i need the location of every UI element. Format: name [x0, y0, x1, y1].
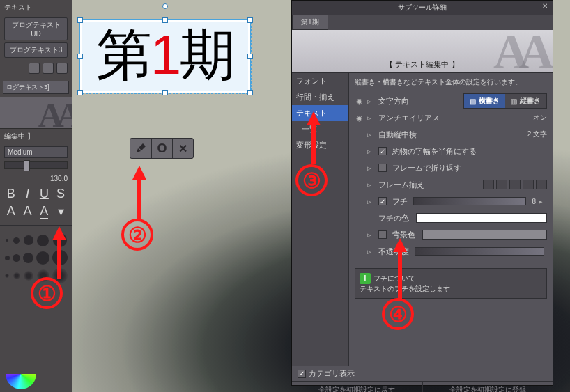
- vertical-option: ▥縦書き: [505, 94, 546, 108]
- row-bg-color: ▹ 背景色: [355, 226, 547, 243]
- row-auto-vh: ▹ 自動縦中横 2 文字: [355, 126, 547, 143]
- edge-color-swatch[interactable]: [416, 213, 547, 223]
- row-frame-align: ▹ フレーム揃え: [355, 176, 547, 193]
- category-font[interactable]: フォント: [292, 73, 348, 89]
- edit-text-button[interactable]: [130, 139, 151, 158]
- preset-button-2[interactable]: ブログテキスト3: [4, 42, 68, 58]
- preset-tab[interactable]: ログテキスト3]: [3, 81, 69, 94]
- visibility-icon[interactable]: ◉: [355, 97, 364, 106]
- category-list-item[interactable]: 一覧: [292, 121, 348, 137]
- expand-icon[interactable]: ▹: [367, 147, 376, 156]
- left-sidebar: テキスト ブログテキストUD ブログテキスト3 ログテキスト3] 編集中 】 M…: [0, 0, 72, 392]
- confirm-button[interactable]: O: [151, 139, 172, 158]
- edge-checkbox[interactable]: [378, 197, 387, 205]
- panel-tab[interactable]: 第1期: [292, 15, 328, 30]
- glyph-a3[interactable]: A: [38, 204, 52, 219]
- visibility-icon[interactable]: ◉: [355, 113, 364, 123]
- opacity-slider[interactable]: [415, 247, 544, 256]
- panel-footer-categories: カテゴリ表示: [292, 366, 553, 381]
- row-antialias: ◉ ▹ アンチエイリアス オン: [355, 109, 547, 126]
- panel-footer-buttons: 全設定を初期設定に戻す 全設定を初期設定に登録: [292, 381, 553, 392]
- tool-label: テキスト: [0, 0, 72, 15]
- horizontal-option: ▤横書き: [464, 94, 505, 108]
- brush-size-grid[interactable]: [0, 229, 72, 288]
- italic-button[interactable]: I: [21, 187, 35, 201]
- panel-banner: 【 テキスト編集中 】: [292, 30, 553, 73]
- row-halfwidth: ▹ 約物の字幅を半角にする: [355, 143, 547, 159]
- expand-icon[interactable]: ▹: [367, 130, 376, 139]
- glyph-a1[interactable]: A: [4, 204, 18, 219]
- info-icon: i: [360, 273, 371, 284]
- direction-segmented[interactable]: ▤横書き ▥縦書き: [463, 93, 547, 109]
- bold-button[interactable]: B: [4, 187, 18, 201]
- category-toggle[interactable]: [298, 370, 306, 378]
- category-transform[interactable]: 変形設定: [292, 137, 348, 153]
- framewrap-checkbox[interactable]: [378, 164, 387, 172]
- trash-icon[interactable]: [56, 63, 68, 74]
- expand-icon[interactable]: ▹: [367, 197, 376, 206]
- strike-button[interactable]: S: [54, 187, 68, 201]
- resize-handle[interactable]: [77, 17, 83, 23]
- duplicate-icon[interactable]: [43, 63, 54, 74]
- glyph-menu[interactable]: ▾: [54, 204, 68, 219]
- glyph-a2[interactable]: A: [21, 204, 35, 219]
- resize-handle[interactable]: [77, 54, 83, 59]
- row-text-direction: ◉ ▹ 文字方向 ▤横書き ▥縦書き: [355, 93, 547, 109]
- font-weight-dropdown[interactable]: Medium: [4, 146, 68, 158]
- category-text[interactable]: テキスト: [292, 105, 348, 121]
- frame-align-icons[interactable]: [483, 180, 547, 189]
- subtool-detail-panel: サブツール詳細 ✕ 第1期 【 テキスト編集中 】 フォント 行間・揃え テキス…: [291, 0, 553, 386]
- expand-icon[interactable]: ▹: [367, 180, 376, 189]
- edge-slider[interactable]: [413, 197, 526, 205]
- clipboard-icon[interactable]: [29, 63, 40, 74]
- reset-defaults-button[interactable]: 全設定を初期設定に戻す: [292, 382, 422, 392]
- bg-checkbox[interactable]: [378, 230, 387, 239]
- panel-title: サブツール詳細: [398, 3, 447, 11]
- register-defaults-button[interactable]: 全設定を初期設定に登録: [422, 382, 553, 392]
- resize-handle[interactable]: [162, 17, 168, 23]
- rotate-handle[interactable]: [162, 3, 168, 9]
- resize-handle[interactable]: [247, 54, 253, 59]
- underline-button[interactable]: U: [38, 187, 52, 201]
- resize-handle[interactable]: [162, 90, 168, 95]
- editing-status: 編集中 】: [0, 129, 72, 144]
- size-slider[interactable]: [4, 161, 68, 169]
- expand-icon[interactable]: ▹: [367, 97, 376, 106]
- close-icon[interactable]: ✕: [540, 2, 550, 12]
- resize-handle[interactable]: [247, 17, 253, 23]
- category-line[interactable]: 行間・揃え: [292, 89, 348, 105]
- cancel-button[interactable]: ✕: [172, 139, 193, 158]
- row-edge: ▹ フチ 8 ▸: [355, 193, 547, 210]
- font-size-value: 130.0: [0, 172, 72, 185]
- bg-color-swatch[interactable]: [422, 230, 547, 240]
- edge-value[interactable]: 8: [532, 198, 536, 205]
- text-object[interactable]: 第1期: [79, 19, 251, 93]
- row-frame-wrap: ▹ フレームで折り返す: [355, 159, 547, 176]
- color-wheel[interactable]: [3, 356, 45, 389]
- row-edge-color: フチの色: [355, 210, 547, 226]
- preset-button-1[interactable]: ブログテキストUD: [4, 17, 68, 40]
- settings-description: 縦書き・横書きなどテキスト全体の設定を行います。: [355, 77, 547, 87]
- font-preview: [0, 97, 72, 129]
- antialias-value[interactable]: オン: [533, 113, 547, 123]
- panel-tabs: 第1期: [292, 15, 553, 30]
- resize-handle[interactable]: [77, 90, 83, 95]
- expand-icon[interactable]: ▹: [367, 164, 376, 173]
- panel-titlebar[interactable]: サブツール詳細 ✕: [292, 1, 553, 15]
- style-buttons-row: B I U S: [0, 185, 72, 203]
- expand-icon[interactable]: ▹: [367, 113, 376, 123]
- settings-area: 縦書き・横書きなどテキスト全体の設定を行います。 ◉ ▹ 文字方向 ▤横書き ▥…: [349, 73, 553, 366]
- help-box: iフチについて テキストのフチを設定します: [355, 268, 547, 299]
- resize-handle[interactable]: [247, 90, 253, 95]
- text-confirm-bar: O ✕: [130, 138, 194, 159]
- text-content: 第1期: [80, 20, 250, 90]
- row-opacity: ▹ 不透明度: [355, 243, 547, 260]
- category-list: フォント 行間・揃え テキスト 一覧 変形設定: [292, 73, 349, 366]
- halfwidth-checkbox[interactable]: [378, 147, 387, 155]
- style-buttons-row2: A A A ▾: [0, 203, 72, 221]
